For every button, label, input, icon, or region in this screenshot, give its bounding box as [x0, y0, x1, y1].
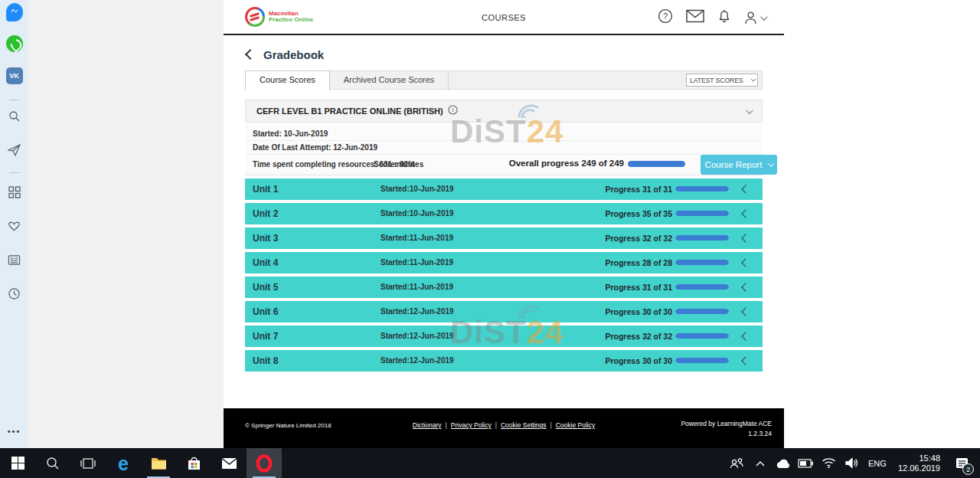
speed-dial-grid-icon[interactable]: [6, 184, 23, 201]
start-button[interactable]: [0, 448, 35, 478]
opera-icon[interactable]: [247, 448, 282, 478]
tab-archived-course-scores[interactable]: Archived Course Scores: [330, 71, 449, 90]
edge-icon[interactable]: e: [106, 448, 141, 478]
unit-progress-label: Progress 30 of 30: [605, 350, 672, 372]
chevron-left-icon[interactable]: [741, 332, 750, 340]
unit-progress-bar: [675, 309, 729, 314]
battery-icon[interactable]: [795, 448, 817, 478]
language-indicator[interactable]: ENG: [864, 459, 890, 468]
tab-course-scores[interactable]: Course Scores: [245, 70, 330, 90]
taskbar-search-icon[interactable]: [35, 448, 70, 478]
unit-name: Unit 8: [253, 350, 278, 372]
unit-progress-bar: [675, 186, 729, 192]
unit-progress-fill: [675, 309, 729, 314]
taskbar-date: 12.06.2019: [898, 463, 940, 473]
file-explorer-icon[interactable]: [141, 448, 176, 478]
chevron-left-icon[interactable]: [741, 283, 750, 291]
unit-progress-fill: [675, 333, 729, 339]
unit-started-date: Started:10-Jun-2019: [381, 178, 454, 200]
chevron-left-icon[interactable]: [741, 258, 750, 267]
mail-app-icon[interactable]: [211, 448, 247, 478]
mail-icon[interactable]: [686, 9, 704, 26]
footer-link[interactable]: Dictionary: [413, 421, 442, 429]
unit-row[interactable]: Unit 7 Started:12-Jun-2019 Progress 32 o…: [245, 326, 763, 347]
volume-icon[interactable]: [841, 448, 863, 478]
chevron-down-icon: [769, 160, 775, 166]
footer-link[interactable]: Privacy Policy: [451, 421, 492, 429]
messenger-icon[interactable]: [6, 8, 23, 25]
unit-progress-fill: [675, 260, 729, 265]
info-icon[interactable]: i: [448, 104, 458, 118]
unit-progress-label: Progress 31 of 31: [605, 178, 672, 200]
unit-row[interactable]: Unit 1 Started:10-Jun-2019 Progress 31 o…: [245, 178, 763, 200]
unit-progress-bar: [675, 235, 729, 241]
footer-link[interactable]: Cookie Policy: [556, 421, 596, 429]
clock[interactable]: 15:48 12.06.2019: [892, 453, 946, 473]
svg-text:i: i: [452, 106, 453, 113]
vk-label: VK: [6, 67, 23, 84]
vk-icon[interactable]: VK: [6, 67, 23, 84]
action-center-icon[interactable]: 2: [948, 448, 975, 478]
unit-row[interactable]: Unit 6 Started:12-Jun-2019 Progress 30 o…: [245, 301, 763, 322]
taskbar-time: 15:48: [898, 453, 940, 463]
course-report-label: Course Report: [705, 160, 763, 169]
latest-scores-label: LATEST SCORES: [690, 77, 743, 84]
footer-link-separator: |: [550, 421, 551, 429]
unit-list: Unit 1 Started:10-Jun-2019 Progress 31 o…: [245, 178, 763, 375]
unit-progress-label: Progress 32 of 32: [605, 228, 672, 249]
chevron-left-icon[interactable]: [741, 307, 750, 316]
microsoft-store-icon[interactable]: [176, 448, 211, 478]
mpo-page: Macmillan Practice Online COURSES ?: [224, 0, 784, 448]
unit-row[interactable]: Unit 3 Started:11-Jun-2019 Progress 32 o…: [245, 228, 763, 249]
unit-name: Unit 3: [253, 228, 278, 249]
course-report-button[interactable]: Course Report: [701, 155, 777, 175]
course-accordion-header[interactable]: CEFR LEVEL B1 PRACTICE ONLINE (BRITISH) …: [245, 100, 763, 123]
help-icon[interactable]: ?: [658, 8, 673, 27]
powered-by: Powered by LearningMate ACE: [681, 419, 772, 429]
version: 1.2.3.24: [681, 429, 772, 439]
unit-started-date: Started:11-Jun-2019: [381, 277, 453, 298]
footer: © Springer Nature Limited 2018 Dictionar…: [224, 408, 784, 448]
chevron-left-icon[interactable]: [741, 356, 750, 365]
whatsapp-icon[interactable]: [6, 35, 23, 52]
unit-progress-fill: [675, 186, 729, 192]
unit-progress-label: Progress 32 of 32: [605, 326, 672, 347]
wifi-icon[interactable]: [818, 448, 840, 478]
notification-badge: 2: [962, 463, 974, 475]
unit-progress-fill: [675, 211, 729, 216]
my-flow-send-icon[interactable]: [6, 142, 23, 159]
task-view-icon[interactable]: [70, 448, 106, 478]
unit-started-date: Started:12-Jun-2019: [381, 350, 454, 372]
unit-row[interactable]: Unit 8 Started:12-Jun-2019 Progress 30 o…: [245, 350, 763, 372]
back-chevron-icon[interactable]: [245, 49, 256, 60]
overall-progress-bar: [628, 161, 685, 167]
search-icon[interactable]: [6, 108, 23, 125]
unit-progress-bar: [675, 333, 729, 339]
opera-sidebar: VK •••: [0, 0, 28, 448]
sidebar-more-icon[interactable]: •••: [6, 423, 23, 440]
notifications-bell-icon[interactable]: [717, 8, 731, 27]
chevron-left-icon[interactable]: [741, 185, 750, 193]
unit-started-date: Started:12-Jun-2019: [381, 326, 454, 347]
unit-name: Unit 4: [253, 252, 278, 273]
unit-row[interactable]: Unit 2 Started:10-Jun-2019 Progress 35 o…: [245, 203, 763, 224]
chevron-left-icon[interactable]: [741, 209, 750, 218]
unit-row[interactable]: Unit 4 Started:11-Jun-2019 Progress 28 o…: [245, 252, 763, 273]
hidden-icons-chevron-icon[interactable]: [750, 448, 771, 478]
latest-scores-select[interactable]: LATEST SCORES: [686, 74, 758, 87]
people-icon[interactable]: [727, 448, 748, 478]
bookmarks-heart-icon[interactable]: [6, 218, 23, 234]
footer-link[interactable]: Cookie Settings: [501, 421, 547, 429]
onedrive-cloud-icon[interactable]: [773, 448, 794, 478]
footer-link-separator: |: [446, 421, 447, 429]
unit-started-date: Started:10-Jun-2019: [381, 203, 454, 224]
chevron-down-icon: [746, 106, 753, 114]
profile-icon[interactable]: [744, 11, 766, 25]
unit-row[interactable]: Unit 5 Started:11-Jun-2019 Progress 31 o…: [245, 277, 763, 298]
unit-progress-label: Progress 35 of 35: [605, 203, 672, 224]
windows-taskbar: e: [0, 448, 980, 478]
chevron-left-icon[interactable]: [741, 234, 750, 242]
history-clock-icon[interactable]: [6, 285, 23, 302]
news-icon[interactable]: [6, 251, 23, 268]
tabs-strip: Course Scores Archived Course Scores: [245, 70, 763, 90]
